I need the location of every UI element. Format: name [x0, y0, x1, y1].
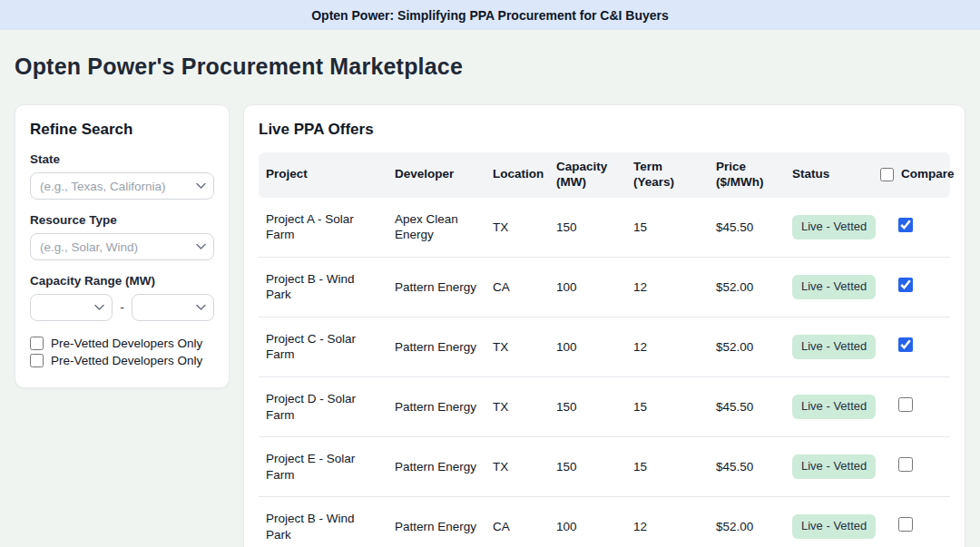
col-header-project: Project — [259, 152, 387, 198]
capacity-cell: 100 — [549, 317, 626, 376]
status-cell: Live - Vetted — [785, 257, 873, 317]
status-cell: Live - Vetted — [785, 317, 873, 376]
status-badge: Live - Vetted — [792, 275, 876, 299]
capacity-max-select[interactable] — [132, 294, 214, 321]
location-cell: TX — [485, 437, 549, 497]
col-header-developer: Developer — [387, 152, 485, 198]
term-cell: 12 — [626, 257, 709, 317]
location-cell: TX — [485, 317, 549, 376]
term-cell: 12 — [626, 497, 709, 547]
status-badge: Live - Vetted — [792, 454, 876, 479]
location-cell: TX — [485, 377, 549, 437]
offers-table-body: Project A - Solar Farm Apex Clean Energy… — [259, 198, 950, 547]
capacity-min-select-wrap — [30, 294, 113, 321]
developer-cell: Pattern Energy — [387, 377, 485, 437]
compare-cell — [873, 437, 950, 497]
compare-all-checkbox[interactable] — [880, 168, 894, 181]
table-row: Project E - Solar Farm Pattern Energy TX… — [259, 437, 950, 497]
capacity-cell: 100 — [549, 497, 626, 547]
location-cell: CA — [485, 497, 549, 547]
compare-row-checkbox[interactable] — [898, 218, 913, 232]
prevetted-checkbox-label-1: Pre-Vetted Developers Only — [51, 337, 202, 350]
page-title: Opten Power's Procurement Marketplace — [15, 54, 980, 80]
project-cell: Project B - Wind Park — [259, 257, 387, 317]
compare-row-checkbox[interactable] — [898, 517, 913, 532]
developer-cell: Pattern Energy — [387, 437, 485, 497]
top-bar: Opten Power: Simplifying PPA Procurement… — [0, 0, 980, 30]
location-cell: TX — [485, 198, 549, 258]
capacity-cell: 150 — [549, 198, 626, 258]
developer-cell: Pattern Energy — [387, 317, 485, 376]
compare-row-checkbox[interactable] — [898, 337, 913, 352]
capacity-min-select[interactable] — [30, 294, 113, 321]
live-ppa-offers-panel: Live PPA Offers Project Developer Locati… — [243, 104, 965, 547]
resource-type-select-wrap: (e.g., Solar, Wind) — [30, 233, 214, 260]
resource-type-label: Resource Type — [30, 213, 214, 227]
status-cell: Live - Vetted — [785, 377, 873, 437]
col-header-term: Term (Years) — [626, 152, 709, 198]
state-select-wrap: (e.g., Texas, California) — [30, 172, 214, 200]
status-cell: Live - Vetted — [785, 497, 873, 547]
capacity-cell: 150 — [549, 377, 626, 437]
location-cell: CA — [485, 257, 549, 317]
live-ppa-offers-title: Live PPA Offers — [259, 121, 950, 139]
developer-cell: Pattern Energy — [387, 497, 485, 547]
prevetted-checkbox-2[interactable] — [30, 354, 44, 367]
state-label: State — [30, 152, 214, 166]
refine-search-title: Refine Search — [30, 121, 214, 139]
compare-row-checkbox[interactable] — [898, 457, 913, 472]
capacity-range-row: - — [30, 294, 214, 321]
project-cell: Project B - Wind Park — [259, 497, 387, 547]
term-cell: 15 — [626, 437, 709, 497]
status-badge: Live - Vetted — [792, 514, 876, 539]
compare-row-checkbox[interactable] — [898, 278, 913, 292]
resource-type-select[interactable]: (e.g., Solar, Wind) — [30, 233, 214, 260]
price-cell: $52.00 — [709, 497, 785, 547]
col-header-compare: Compare — [873, 152, 950, 198]
compare-cell — [873, 257, 950, 317]
developer-cell: Pattern Energy — [387, 257, 485, 317]
table-row: Project B - Wind Park Pattern Energy CA … — [259, 497, 950, 547]
col-header-capacity: Capacity (MW) — [549, 152, 626, 198]
table-row: Project C - Solar Farm Pattern Energy TX… — [259, 317, 950, 376]
status-badge: Live - Vetted — [792, 215, 876, 239]
range-separator: - — [120, 300, 124, 315]
term-cell: 12 — [626, 317, 709, 376]
project-cell: Project C - Solar Farm — [259, 317, 387, 376]
offers-table-header: Project Developer Location Capacity (MW)… — [259, 152, 950, 198]
status-cell: Live - Vetted — [785, 198, 873, 258]
compare-cell — [873, 497, 950, 547]
state-select[interactable]: (e.g., Texas, California) — [30, 172, 214, 200]
price-cell: $52.00 — [709, 257, 785, 317]
compare-row-checkbox[interactable] — [898, 397, 913, 412]
content-area: Refine Search State (e.g., Texas, Califo… — [0, 104, 980, 547]
col-header-location: Location — [485, 152, 549, 198]
compare-cell — [873, 317, 950, 376]
table-row: Project A - Solar Farm Apex Clean Energy… — [259, 198, 950, 258]
capacity-range-label: Capacity Range (MW) — [30, 274, 214, 288]
capacity-cell: 150 — [549, 437, 626, 497]
compare-cell — [873, 198, 950, 258]
col-header-status: Status — [785, 152, 873, 198]
project-cell: Project A - Solar Farm — [259, 198, 387, 258]
price-cell: $45.50 — [709, 377, 785, 437]
prevetted-checkbox-row-1[interactable]: Pre-Vetted Developers Only — [30, 337, 214, 350]
term-cell: 15 — [626, 377, 709, 437]
compare-header-label: Compare — [901, 167, 955, 182]
prevetted-checkbox-row-2[interactable]: Pre-Vetted Developers Only — [30, 354, 214, 367]
price-cell: $45.50 — [709, 437, 785, 497]
status-badge: Live - Vetted — [792, 395, 876, 419]
col-header-price: Price ($/MWh) — [709, 152, 785, 198]
price-cell: $52.00 — [709, 317, 785, 376]
developer-cell: Apex Clean Energy — [387, 198, 485, 258]
project-cell: Project E - Solar Farm — [259, 437, 387, 497]
term-cell: 15 — [626, 198, 709, 258]
table-row: Project B - Wind Park Pattern Energy CA … — [259, 257, 950, 317]
status-cell: Live - Vetted — [785, 437, 873, 497]
price-cell: $45.50 — [709, 198, 785, 258]
status-badge: Live - Vetted — [792, 335, 876, 359]
prevetted-checkbox-1[interactable] — [30, 337, 44, 350]
capacity-cell: 100 — [549, 257, 626, 317]
table-row: Project D - Solar Farm Pattern Energy TX… — [259, 377, 950, 437]
capacity-max-select-wrap — [132, 294, 214, 321]
